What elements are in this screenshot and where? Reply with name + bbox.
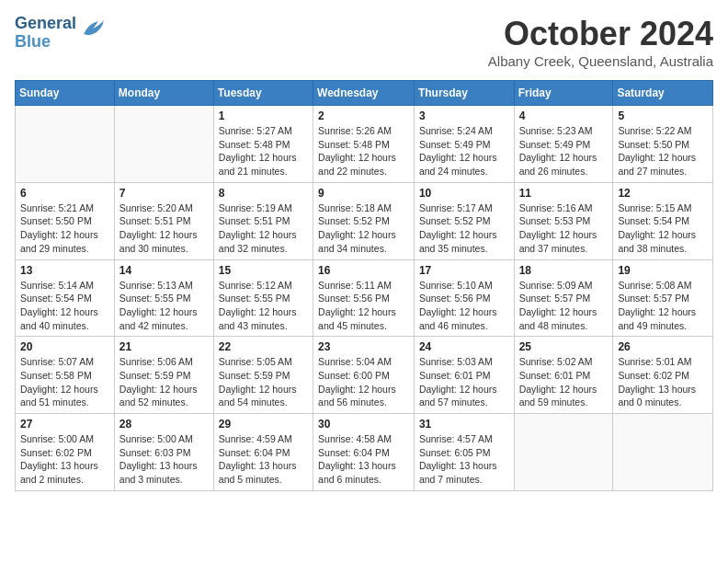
calendar-cell: 30Sunrise: 4:58 AMSunset: 6:04 PMDayligh… [313,414,415,491]
day-detail: Sunrise: 5:18 AMSunset: 5:52 PMDaylight:… [318,201,409,256]
day-detail: Sunrise: 5:07 AMSunset: 5:58 PMDaylight:… [20,355,109,409]
day-number: 6 [20,187,109,200]
day-number: 15 [219,264,308,277]
weekday-header-row: SundayMondayTuesdayWednesdayThursdayFrid… [16,81,713,106]
calendar-cell [613,414,713,491]
day-detail: Sunrise: 5:14 AMSunset: 5:54 PMDaylight:… [20,279,109,333]
day-number: 3 [419,109,509,122]
day-number: 7 [119,187,209,200]
calendar-cell: 25Sunrise: 5:02 AMSunset: 6:01 PMDayligh… [514,337,613,414]
calendar-cell: 1Sunrise: 5:27 AMSunset: 5:48 PMDaylight… [213,106,313,183]
calendar-cell: 9Sunrise: 5:18 AMSunset: 5:52 PMDaylight… [313,182,415,259]
day-detail: Sunrise: 4:57 AMSunset: 6:05 PMDaylight:… [419,432,509,487]
day-number: 22 [219,340,308,353]
day-number: 18 [519,264,609,277]
calendar-cell: 13Sunrise: 5:14 AMSunset: 5:54 PMDayligh… [16,259,115,337]
week-row-4: 20Sunrise: 5:07 AMSunset: 5:58 PMDayligh… [16,337,713,414]
calendar-cell: 31Sunrise: 4:57 AMSunset: 6:05 PMDayligh… [414,414,514,491]
calendar-cell: 6Sunrise: 5:21 AMSunset: 5:50 PMDaylight… [16,182,115,259]
day-detail: Sunrise: 5:09 AMSunset: 5:57 PMDaylight:… [519,279,609,333]
week-row-1: 1Sunrise: 5:27 AMSunset: 5:48 PMDaylight… [16,106,713,183]
calendar-cell: 17Sunrise: 5:10 AMSunset: 5:56 PMDayligh… [414,259,514,337]
day-number: 30 [318,418,409,431]
day-detail: Sunrise: 5:01 AMSunset: 6:02 PMDaylight:… [618,355,708,409]
calendar-cell [514,414,613,491]
calendar-table: SundayMondayTuesdayWednesdayThursdayFrid… [15,80,713,491]
day-number: 20 [20,340,109,353]
day-number: 24 [419,340,509,353]
day-detail: Sunrise: 5:08 AMSunset: 5:57 PMDaylight:… [618,279,708,333]
calendar-cell: 16Sunrise: 5:11 AMSunset: 5:56 PMDayligh… [313,259,415,337]
calendar-cell: 19Sunrise: 5:08 AMSunset: 5:57 PMDayligh… [613,259,713,337]
weekday-header-sunday: Sunday [16,81,115,106]
day-detail: Sunrise: 5:27 AMSunset: 5:48 PMDaylight:… [219,124,308,178]
day-detail: Sunrise: 5:26 AMSunset: 5:48 PMDaylight:… [318,124,409,178]
day-detail: Sunrise: 5:04 AMSunset: 6:00 PMDaylight:… [318,355,409,409]
day-detail: Sunrise: 5:11 AMSunset: 5:56 PMDaylight:… [318,279,409,333]
day-detail: Sunrise: 5:16 AMSunset: 5:53 PMDaylight:… [519,201,609,256]
calendar-cell: 5Sunrise: 5:22 AMSunset: 5:50 PMDaylight… [613,106,713,183]
day-number: 17 [419,264,509,277]
calendar-cell [114,106,213,183]
day-number: 8 [219,187,308,200]
day-number: 9 [318,187,409,200]
day-detail: Sunrise: 5:19 AMSunset: 5:51 PMDaylight:… [219,201,308,256]
day-number: 16 [318,264,409,277]
day-detail: Sunrise: 5:22 AMSunset: 5:50 PMDaylight:… [618,124,708,178]
day-detail: Sunrise: 5:12 AMSunset: 5:55 PMDaylight:… [219,279,308,333]
calendar-cell: 28Sunrise: 5:00 AMSunset: 6:03 PMDayligh… [114,414,213,491]
day-number: 25 [519,340,609,353]
calendar-cell: 3Sunrise: 5:24 AMSunset: 5:49 PMDaylight… [414,106,514,183]
weekday-header-wednesday: Wednesday [313,81,415,106]
week-row-3: 13Sunrise: 5:14 AMSunset: 5:54 PMDayligh… [16,259,713,337]
weekday-header-monday: Monday [114,81,213,106]
day-detail: Sunrise: 5:00 AMSunset: 6:03 PMDaylight:… [119,432,209,487]
weekday-header-friday: Friday [514,81,613,106]
calendar-cell: 4Sunrise: 5:23 AMSunset: 5:49 PMDaylight… [514,106,613,183]
weekday-header-thursday: Thursday [414,81,514,106]
calendar-cell: 29Sunrise: 4:59 AMSunset: 6:04 PMDayligh… [213,414,313,491]
calendar-cell: 11Sunrise: 5:16 AMSunset: 5:53 PMDayligh… [514,182,613,259]
day-detail: Sunrise: 5:15 AMSunset: 5:54 PMDaylight:… [618,201,708,256]
day-detail: Sunrise: 5:00 AMSunset: 6:02 PMDaylight:… [20,432,109,487]
calendar-cell: 22Sunrise: 5:05 AMSunset: 5:59 PMDayligh… [213,337,313,414]
logo: General Blue [15,15,106,52]
week-row-5: 27Sunrise: 5:00 AMSunset: 6:02 PMDayligh… [16,414,713,491]
month-title: October 2024 [488,15,713,53]
day-detail: Sunrise: 4:59 AMSunset: 6:04 PMDaylight:… [219,432,308,487]
day-detail: Sunrise: 5:23 AMSunset: 5:49 PMDaylight:… [519,124,609,178]
calendar-cell: 15Sunrise: 5:12 AMSunset: 5:55 PMDayligh… [213,259,313,337]
calendar-cell: 20Sunrise: 5:07 AMSunset: 5:58 PMDayligh… [16,337,115,414]
day-number: 31 [419,418,509,431]
day-detail: Sunrise: 5:17 AMSunset: 5:52 PMDaylight:… [419,201,509,256]
day-number: 19 [618,264,708,277]
calendar-cell: 26Sunrise: 5:01 AMSunset: 6:02 PMDayligh… [613,337,713,414]
day-number: 5 [618,109,708,122]
calendar-cell: 27Sunrise: 5:00 AMSunset: 6:02 PMDayligh… [16,414,115,491]
logo-bird-icon [80,17,106,38]
day-detail: Sunrise: 5:05 AMSunset: 5:59 PMDaylight:… [219,355,308,409]
logo-text-blue: Blue [15,33,76,52]
calendar-cell: 18Sunrise: 5:09 AMSunset: 5:57 PMDayligh… [514,259,613,337]
day-number: 12 [618,187,708,200]
logo-text-general: General [15,15,76,33]
day-number: 28 [119,418,209,431]
page-header: General Blue October 2024 Albany Creek, … [15,15,713,69]
calendar-cell [16,106,115,183]
calendar-cell: 2Sunrise: 5:26 AMSunset: 5:48 PMDaylight… [313,106,415,183]
day-detail: Sunrise: 5:10 AMSunset: 5:56 PMDaylight:… [419,279,509,333]
calendar-cell: 23Sunrise: 5:04 AMSunset: 6:00 PMDayligh… [313,337,415,414]
calendar-cell: 21Sunrise: 5:06 AMSunset: 5:59 PMDayligh… [114,337,213,414]
day-detail: Sunrise: 4:58 AMSunset: 6:04 PMDaylight:… [318,432,409,487]
day-number: 1 [219,109,308,122]
calendar-cell: 12Sunrise: 5:15 AMSunset: 5:54 PMDayligh… [613,182,713,259]
day-number: 21 [119,340,209,353]
day-detail: Sunrise: 5:13 AMSunset: 5:55 PMDaylight:… [119,279,209,333]
calendar-cell: 10Sunrise: 5:17 AMSunset: 5:52 PMDayligh… [414,182,514,259]
day-number: 4 [519,109,609,122]
day-detail: Sunrise: 5:20 AMSunset: 5:51 PMDaylight:… [119,201,209,256]
day-number: 13 [20,264,109,277]
day-number: 11 [519,187,609,200]
day-number: 2 [318,109,409,122]
day-number: 23 [318,340,409,353]
